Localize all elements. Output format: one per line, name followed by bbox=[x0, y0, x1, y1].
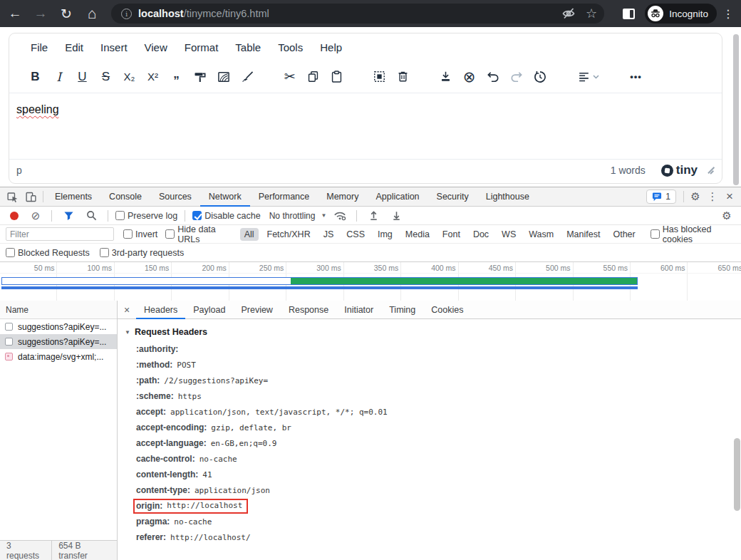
detail-tab-timing[interactable]: Timing bbox=[381, 301, 423, 319]
request-row[interactable]: suggestions?apiKey=... bbox=[0, 334, 117, 349]
menu-insert[interactable]: Insert bbox=[93, 38, 135, 57]
filter-input[interactable] bbox=[6, 227, 114, 241]
has-blocked-cookies-checkbox[interactable]: Has blocked cookies bbox=[651, 224, 735, 244]
record-icon[interactable] bbox=[10, 212, 19, 220]
close-detail-icon[interactable]: × bbox=[118, 304, 136, 316]
search-icon[interactable] bbox=[82, 208, 100, 224]
forward-icon[interactable]: → bbox=[30, 3, 51, 24]
menu-format[interactable]: Format bbox=[177, 38, 226, 57]
detail-tab-cookies[interactable]: Cookies bbox=[423, 301, 471, 319]
export-har-icon[interactable] bbox=[387, 208, 405, 224]
superscript-button[interactable]: X² bbox=[141, 65, 165, 88]
devtools-tab-sources[interactable]: Sources bbox=[150, 187, 200, 207]
filter-type-fetch-xhr[interactable]: Fetch/XHR bbox=[263, 228, 315, 241]
detail-tab-payload[interactable]: Payload bbox=[185, 301, 233, 319]
browser-menu-icon[interactable]: ⋮ bbox=[722, 7, 734, 21]
address-bar[interactable]: i localhost/tinymce/tiny6.html ☆ bbox=[111, 4, 604, 24]
hide-data-urls-checkbox[interactable]: Hide data URLs bbox=[165, 224, 233, 244]
menu-table[interactable]: Table bbox=[228, 38, 268, 57]
throttling-select[interactable]: No throttling ▼ bbox=[269, 211, 327, 221]
devtools-tab-performance[interactable]: Performance bbox=[250, 187, 318, 207]
detail-tab-headers[interactable]: Headers bbox=[136, 301, 185, 319]
resize-handle-icon[interactable] bbox=[708, 167, 715, 174]
filter-type-js[interactable]: JS bbox=[319, 228, 338, 241]
subscript-button[interactable]: X₂ bbox=[118, 65, 141, 88]
filter-type-doc[interactable]: Doc bbox=[469, 228, 493, 241]
filter-type-css[interactable]: CSS bbox=[342, 228, 369, 241]
page-scrollbar[interactable] bbox=[733, 34, 739, 185]
paste-button[interactable] bbox=[325, 65, 348, 88]
devtools-tab-memory[interactable]: Memory bbox=[318, 187, 367, 207]
bold-button[interactable]: B bbox=[24, 65, 47, 88]
devtools-menu-icon[interactable]: ⋮ bbox=[704, 190, 721, 203]
devtools-settings-icon[interactable]: ⚙ bbox=[687, 190, 704, 203]
device-toolbar-icon[interactable] bbox=[21, 189, 40, 204]
clear-icon[interactable]: ⊘ bbox=[27, 209, 44, 222]
name-column-header[interactable]: Name bbox=[0, 301, 117, 319]
permanent-pen-icon[interactable] bbox=[235, 65, 259, 88]
cancel-button[interactable]: ⊗ bbox=[457, 65, 481, 88]
import-har-icon[interactable] bbox=[364, 208, 383, 224]
detail-tab-response[interactable]: Response bbox=[281, 301, 336, 319]
menu-edit[interactable]: Edit bbox=[58, 38, 90, 57]
filter-type-font[interactable]: Font bbox=[438, 228, 465, 241]
blockquote-button[interactable]: ” bbox=[165, 65, 188, 88]
more-toolbar-icon[interactable]: ••• bbox=[624, 65, 648, 88]
misspelled-word[interactable]: speeling bbox=[16, 103, 59, 115]
site-info-icon[interactable]: i bbox=[121, 9, 132, 19]
devtools-tab-network[interactable]: Network bbox=[200, 187, 250, 207]
word-count[interactable]: 1 words bbox=[611, 165, 646, 176]
devtools-tab-elements[interactable]: Elements bbox=[46, 187, 100, 207]
side-panel-icon[interactable] bbox=[623, 9, 635, 19]
preserve-log-checkbox[interactable]: Preserve log bbox=[115, 211, 177, 221]
third-party-checkbox[interactable]: 3rd-party requests bbox=[100, 248, 184, 258]
editor-content[interactable]: speeling bbox=[9, 93, 722, 159]
filter-funnel-icon[interactable] bbox=[59, 208, 78, 224]
copy-button[interactable] bbox=[301, 65, 325, 88]
home-icon[interactable]: ⌂ bbox=[81, 3, 103, 24]
delete-icon[interactable] bbox=[391, 65, 415, 88]
tiny-brand[interactable]: tiny bbox=[661, 163, 698, 177]
network-settings-icon[interactable]: ⚙ bbox=[718, 209, 735, 222]
filter-type-all[interactable]: All bbox=[240, 228, 259, 241]
image-button[interactable] bbox=[212, 65, 235, 88]
element-path[interactable]: p bbox=[16, 165, 22, 176]
cut-button[interactable]: ✂ bbox=[278, 65, 301, 88]
export-button[interactable] bbox=[434, 65, 457, 88]
disable-cache-checkbox[interactable]: Disable cache bbox=[192, 211, 261, 221]
filter-type-media[interactable]: Media bbox=[401, 228, 434, 241]
request-row[interactable]: suggestions?apiKey=... bbox=[0, 319, 117, 334]
menu-help[interactable]: Help bbox=[313, 38, 349, 57]
menu-tools[interactable]: Tools bbox=[271, 38, 310, 57]
menu-file[interactable]: File bbox=[24, 38, 55, 57]
devtools-tab-security[interactable]: Security bbox=[428, 187, 477, 207]
devtools-close-icon[interactable]: × bbox=[721, 190, 738, 204]
redo-button[interactable] bbox=[504, 65, 528, 88]
select-all-icon[interactable] bbox=[368, 65, 391, 88]
devtools-tab-application[interactable]: Application bbox=[367, 187, 428, 207]
filter-type-img[interactable]: Img bbox=[373, 228, 397, 241]
restore-draft-icon[interactable] bbox=[528, 65, 551, 88]
request-row[interactable]: data:image/svg+xml;... bbox=[0, 349, 117, 364]
align-dropdown[interactable] bbox=[571, 65, 605, 88]
invert-checkbox[interactable]: Invert bbox=[123, 229, 157, 239]
strikethrough-button[interactable]: S bbox=[94, 65, 118, 88]
devtools-tab-lighthouse[interactable]: Lighthouse bbox=[477, 187, 538, 207]
underline-button[interactable]: U bbox=[71, 65, 94, 88]
italic-button[interactable]: I bbox=[47, 65, 71, 88]
undo-button[interactable] bbox=[481, 65, 504, 88]
network-conditions-icon[interactable] bbox=[331, 208, 349, 224]
reload-icon[interactable]: ↻ bbox=[56, 3, 77, 24]
detail-scrollbar[interactable] bbox=[734, 438, 740, 511]
inspect-element-icon[interactable] bbox=[3, 189, 21, 204]
filter-type-other[interactable]: Other bbox=[608, 228, 639, 241]
devtools-tab-console[interactable]: Console bbox=[100, 187, 150, 207]
filter-type-wasm[interactable]: Wasm bbox=[524, 228, 558, 241]
detail-tab-preview[interactable]: Preview bbox=[233, 301, 280, 319]
menu-view[interactable]: View bbox=[138, 38, 175, 57]
filter-type-ws[interactable]: WS bbox=[497, 228, 520, 241]
issues-counter[interactable]: 1 bbox=[646, 190, 676, 204]
blocked-requests-checkbox[interactable]: Blocked Requests bbox=[6, 248, 90, 258]
request-headers-section[interactable]: ▼ Request Headers bbox=[125, 327, 741, 337]
back-icon[interactable]: ← bbox=[4, 3, 26, 24]
